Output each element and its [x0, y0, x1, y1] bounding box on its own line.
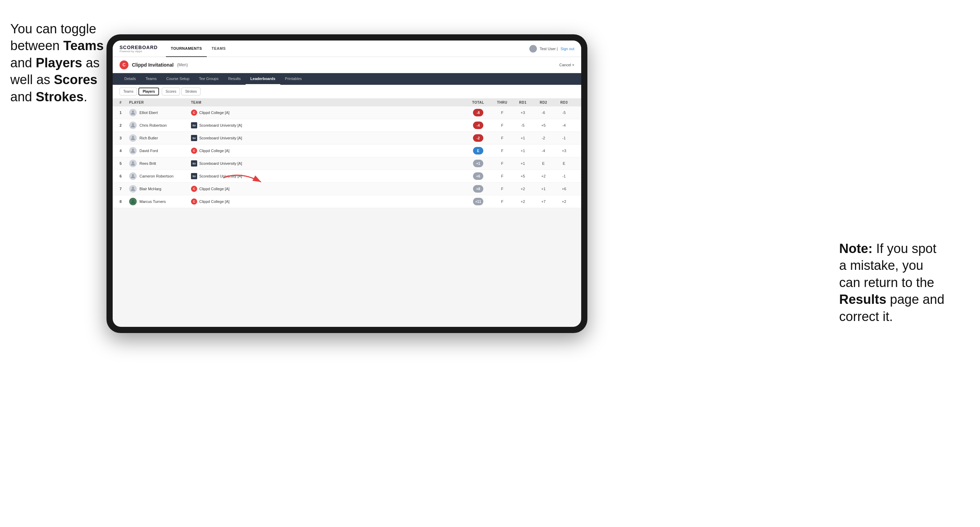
svg-point-1: [132, 111, 134, 113]
svg-point-7: [132, 187, 134, 189]
logo-text: SCOREBOARD: [119, 44, 158, 50]
tournament-header: C Clippd Invitational (Men) Cancel ×: [113, 57, 581, 73]
avatar: [129, 109, 137, 116]
tab-results[interactable]: Results: [223, 73, 246, 85]
col-rank: #: [119, 101, 129, 104]
logo-sub: Powered by clippd: [119, 50, 158, 53]
nav-tournaments[interactable]: TOURNAMENTS: [166, 41, 207, 57]
app-header: SCOREBOARD Powered by clippd TOURNAMENTS…: [113, 41, 581, 57]
tab-printables[interactable]: Printables: [280, 73, 307, 85]
tab-course-setup[interactable]: Course Setup: [161, 73, 194, 85]
table-row: 1 Elliot Ebert C Clippd College [A] -8 F…: [113, 106, 581, 119]
tablet-screen: SCOREBOARD Powered by clippd TOURNAMENTS…: [113, 41, 581, 327]
leaderboard-table: # PLAYER TEAM TOTAL THRU RD1 RD2 RD3 1 E…: [113, 98, 581, 208]
avatar: [129, 147, 137, 154]
col-total: TOTAL: [465, 101, 492, 104]
sign-out-link[interactable]: Sign out: [561, 47, 574, 51]
toggle-strokes-button[interactable]: Strokes: [181, 87, 200, 95]
toggle-scores-button[interactable]: Scores: [162, 87, 180, 95]
tab-tee-groups[interactable]: Tee Groups: [194, 73, 223, 85]
tournament-logo: C: [119, 60, 129, 69]
tab-details[interactable]: Details: [119, 73, 141, 85]
col-rd3: RD3: [554, 101, 574, 104]
svg-point-6: [132, 174, 134, 176]
col-rd1: RD1: [512, 101, 533, 104]
table-row: 6 Cameron Robertson SU Scoreboard Univer…: [113, 170, 581, 183]
toggle-teams-button[interactable]: Teams: [119, 87, 137, 95]
svg-point-4: [132, 149, 134, 151]
table-row: 4 David Ford C Clippd College [A] E F +1…: [113, 144, 581, 157]
right-annotation: Note: If you spot a mistake, you can ret…: [839, 240, 970, 325]
col-thru: THRU: [492, 101, 512, 104]
avatar: [129, 185, 137, 193]
tablet-frame: SCOREBOARD Powered by clippd TOURNAMENTS…: [107, 34, 587, 333]
avatar: [129, 134, 137, 142]
avatar: [129, 172, 137, 180]
table-row: 3 Rich Butler SU Scoreboard University […: [113, 132, 581, 144]
toggle-row: Teams Players Scores Strokes: [113, 85, 581, 98]
toggle-players-button[interactable]: Players: [138, 87, 159, 95]
avatar: [129, 122, 137, 129]
avatar: [129, 198, 137, 205]
svg-point-5: [132, 161, 134, 163]
tournament-title-area: C Clippd Invitational (Men): [119, 60, 188, 69]
table-row: 5 Rees Britt SU Scoreboard University [A…: [113, 157, 581, 170]
nav-teams[interactable]: TEAMS: [207, 41, 231, 57]
tab-leaderboards[interactable]: Leaderboards: [246, 73, 280, 85]
left-annotation: You can toggle between Teams and Players…: [10, 21, 107, 105]
table-header: # PLAYER TEAM TOTAL THRU RD1 RD2 RD3: [113, 98, 581, 106]
user-area: Test User | Sign out: [529, 45, 574, 52]
svg-point-2: [132, 123, 134, 125]
tournament-gender: (Men): [177, 62, 188, 67]
table-row: 7 Blair McHarg C Clippd College [A] +8 F…: [113, 183, 581, 195]
avatar: [129, 160, 137, 167]
col-rd2: RD2: [533, 101, 554, 104]
svg-point-3: [132, 136, 134, 138]
col-player: PLAYER: [129, 101, 191, 104]
tab-teams[interactable]: Teams: [141, 73, 161, 85]
table-row: 8 Marcus Turners C Clippd College [A] +1…: [113, 195, 581, 208]
tournament-name: Clippd Invitational: [132, 62, 173, 68]
avatar: [529, 45, 537, 52]
svg-point-8: [132, 200, 134, 202]
user-label: Test User |: [539, 47, 557, 51]
tab-navigation: Details Teams Course Setup Tee Groups Re…: [113, 73, 581, 85]
table-row: 2 Chris Robertson SU Scoreboard Universi…: [113, 119, 581, 132]
logo-area: SCOREBOARD Powered by clippd: [119, 44, 158, 53]
cancel-button[interactable]: Cancel ×: [559, 63, 574, 67]
col-team: TEAM: [191, 101, 465, 104]
